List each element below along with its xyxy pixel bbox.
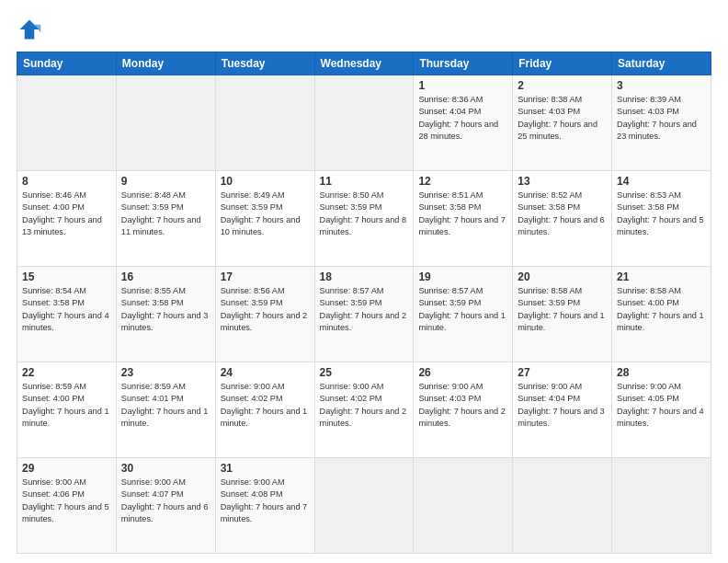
day-number: 11 bbox=[320, 175, 409, 188]
day-number: 3 bbox=[617, 79, 706, 92]
calendar-cell: 13Sunrise: 8:52 AMSunset: 3:58 PMDayligh… bbox=[513, 171, 612, 267]
day-info: Sunrise: 8:46 AMSunset: 4:00 PMDaylight:… bbox=[22, 190, 102, 236]
day-number: 12 bbox=[418, 175, 507, 188]
day-info: Sunrise: 8:58 AMSunset: 4:00 PMDaylight:… bbox=[617, 286, 704, 332]
day-info: Sunrise: 8:59 AMSunset: 4:01 PMDaylight:… bbox=[121, 382, 209, 428]
calendar-cell bbox=[116, 75, 215, 171]
calendar-cell: 18Sunrise: 8:57 AMSunset: 3:59 PMDayligh… bbox=[314, 267, 414, 362]
weekday-header-monday: Monday bbox=[116, 52, 215, 75]
calendar-cell: 30Sunrise: 9:00 AMSunset: 4:07 PMDayligh… bbox=[116, 458, 215, 554]
day-info: Sunrise: 8:54 AMSunset: 3:58 PMDaylight:… bbox=[22, 286, 109, 332]
day-number: 18 bbox=[320, 270, 409, 283]
weekday-header-wednesday: Wednesday bbox=[314, 52, 414, 75]
calendar-cell: 28Sunrise: 9:00 AMSunset: 4:05 PMDayligh… bbox=[612, 362, 711, 458]
calendar-week-row: 29Sunrise: 9:00 AMSunset: 4:06 PMDayligh… bbox=[17, 458, 711, 554]
weekday-header-friday: Friday bbox=[513, 52, 612, 75]
day-info: Sunrise: 8:52 AMSunset: 3:58 PMDaylight:… bbox=[518, 190, 605, 236]
day-number: 15 bbox=[22, 270, 111, 283]
calendar-cell bbox=[513, 458, 612, 554]
weekday-header-tuesday: Tuesday bbox=[215, 52, 314, 75]
day-number: 22 bbox=[22, 366, 111, 379]
day-number: 23 bbox=[121, 366, 210, 379]
day-info: Sunrise: 8:50 AMSunset: 3:59 PMDaylight:… bbox=[320, 190, 407, 236]
calendar-cell: 23Sunrise: 8:59 AMSunset: 4:01 PMDayligh… bbox=[116, 362, 215, 458]
calendar-cell: 2Sunrise: 8:38 AMSunset: 4:03 PMDaylight… bbox=[513, 75, 612, 171]
calendar-cell bbox=[612, 458, 711, 554]
day-number: 30 bbox=[121, 462, 210, 475]
day-info: Sunrise: 8:51 AMSunset: 3:58 PMDaylight:… bbox=[418, 190, 506, 236]
day-number: 16 bbox=[121, 270, 210, 283]
day-info: Sunrise: 9:00 AMSunset: 4:06 PMDaylight:… bbox=[22, 477, 109, 523]
day-number: 26 bbox=[418, 366, 507, 379]
calendar-cell: 21Sunrise: 8:58 AMSunset: 4:00 PMDayligh… bbox=[612, 267, 711, 362]
calendar-cell: 16Sunrise: 8:55 AMSunset: 3:58 PMDayligh… bbox=[116, 267, 215, 362]
day-number: 20 bbox=[518, 270, 607, 283]
day-number: 13 bbox=[518, 175, 607, 188]
weekday-header-row: SundayMondayTuesdayWednesdayThursdayFrid… bbox=[17, 52, 711, 75]
day-info: Sunrise: 8:39 AMSunset: 4:03 PMDaylight:… bbox=[617, 95, 697, 141]
day-info: Sunrise: 9:00 AMSunset: 4:08 PMDaylight:… bbox=[221, 477, 308, 523]
day-info: Sunrise: 8:56 AMSunset: 3:59 PMDaylight:… bbox=[221, 286, 308, 332]
weekday-header-saturday: Saturday bbox=[612, 52, 711, 75]
calendar-cell bbox=[215, 75, 314, 171]
day-info: Sunrise: 8:59 AMSunset: 4:00 PMDaylight:… bbox=[22, 382, 109, 428]
calendar-cell: 24Sunrise: 9:00 AMSunset: 4:02 PMDayligh… bbox=[215, 362, 314, 458]
day-info: Sunrise: 9:00 AMSunset: 4:07 PMDaylight:… bbox=[121, 477, 209, 523]
day-number: 2 bbox=[518, 79, 607, 92]
day-info: Sunrise: 8:38 AMSunset: 4:03 PMDaylight:… bbox=[518, 95, 597, 141]
calendar-cell: 25Sunrise: 9:00 AMSunset: 4:02 PMDayligh… bbox=[314, 362, 414, 458]
calendar-cell: 27Sunrise: 9:00 AMSunset: 4:04 PMDayligh… bbox=[513, 362, 612, 458]
calendar-cell: 1Sunrise: 8:36 AMSunset: 4:04 PMDaylight… bbox=[414, 75, 513, 171]
calendar-cell: 26Sunrise: 9:00 AMSunset: 4:03 PMDayligh… bbox=[414, 362, 513, 458]
day-number: 25 bbox=[320, 366, 409, 379]
calendar-cell: 11Sunrise: 8:50 AMSunset: 3:59 PMDayligh… bbox=[314, 171, 414, 267]
calendar-table: SundayMondayTuesdayWednesdayThursdayFrid… bbox=[17, 52, 711, 554]
calendar-cell: 8Sunrise: 8:46 AMSunset: 4:00 PMDaylight… bbox=[17, 171, 117, 267]
day-info: Sunrise: 9:00 AMSunset: 4:03 PMDaylight:… bbox=[418, 382, 506, 428]
day-number: 21 bbox=[617, 270, 706, 283]
weekday-header-thursday: Thursday bbox=[414, 52, 513, 75]
day-info: Sunrise: 8:58 AMSunset: 3:59 PMDaylight:… bbox=[518, 286, 605, 332]
day-info: Sunrise: 9:00 AMSunset: 4:04 PMDaylight:… bbox=[518, 382, 605, 428]
day-info: Sunrise: 9:00 AMSunset: 4:02 PMDaylight:… bbox=[221, 382, 308, 428]
logo bbox=[17, 17, 46, 42]
day-number: 27 bbox=[518, 366, 607, 379]
day-number: 10 bbox=[221, 175, 310, 188]
page: SundayMondayTuesdayWednesdayThursdayFrid… bbox=[0, 0, 728, 563]
day-number: 17 bbox=[221, 270, 310, 283]
calendar-cell: 12Sunrise: 8:51 AMSunset: 3:58 PMDayligh… bbox=[414, 171, 513, 267]
calendar-cell bbox=[414, 458, 513, 554]
day-number: 29 bbox=[22, 462, 111, 475]
weekday-header-sunday: Sunday bbox=[17, 52, 117, 75]
day-info: Sunrise: 8:57 AMSunset: 3:59 PMDaylight:… bbox=[418, 286, 506, 332]
calendar-week-row: 1Sunrise: 8:36 AMSunset: 4:04 PMDaylight… bbox=[17, 75, 711, 171]
calendar-cell: 15Sunrise: 8:54 AMSunset: 3:58 PMDayligh… bbox=[17, 267, 117, 362]
day-number: 28 bbox=[617, 366, 706, 379]
day-info: Sunrise: 8:36 AMSunset: 4:04 PMDaylight:… bbox=[418, 95, 498, 141]
day-info: Sunrise: 8:53 AMSunset: 3:58 PMDaylight:… bbox=[617, 190, 704, 236]
day-info: Sunrise: 8:49 AMSunset: 3:59 PMDaylight:… bbox=[221, 190, 301, 236]
calendar-week-row: 8Sunrise: 8:46 AMSunset: 4:00 PMDaylight… bbox=[17, 171, 711, 267]
calendar-cell: 9Sunrise: 8:48 AMSunset: 3:59 PMDaylight… bbox=[116, 171, 215, 267]
day-info: Sunrise: 8:55 AMSunset: 3:58 PMDaylight:… bbox=[121, 286, 209, 332]
day-number: 8 bbox=[22, 175, 111, 188]
svg-marker-0 bbox=[20, 20, 40, 40]
day-number: 14 bbox=[617, 175, 706, 188]
day-number: 9 bbox=[121, 175, 210, 188]
calendar-cell: 31Sunrise: 9:00 AMSunset: 4:08 PMDayligh… bbox=[215, 458, 314, 554]
header bbox=[17, 17, 711, 42]
calendar-cell: 20Sunrise: 8:58 AMSunset: 3:59 PMDayligh… bbox=[513, 267, 612, 362]
day-number: 31 bbox=[221, 462, 310, 475]
day-number: 19 bbox=[418, 270, 507, 283]
calendar-cell: 22Sunrise: 8:59 AMSunset: 4:00 PMDayligh… bbox=[17, 362, 117, 458]
calendar-cell: 17Sunrise: 8:56 AMSunset: 3:59 PMDayligh… bbox=[215, 267, 314, 362]
day-info: Sunrise: 9:00 AMSunset: 4:02 PMDaylight:… bbox=[320, 382, 407, 428]
calendar-cell: 19Sunrise: 8:57 AMSunset: 3:59 PMDayligh… bbox=[414, 267, 513, 362]
day-number: 1 bbox=[418, 79, 507, 92]
day-info: Sunrise: 8:57 AMSunset: 3:59 PMDaylight:… bbox=[320, 286, 407, 332]
calendar-cell bbox=[314, 75, 414, 171]
calendar-cell: 29Sunrise: 9:00 AMSunset: 4:06 PMDayligh… bbox=[17, 458, 117, 554]
calendar-cell: 14Sunrise: 8:53 AMSunset: 3:58 PMDayligh… bbox=[612, 171, 711, 267]
calendar-cell: 3Sunrise: 8:39 AMSunset: 4:03 PMDaylight… bbox=[612, 75, 711, 171]
calendar-cell bbox=[314, 458, 414, 554]
